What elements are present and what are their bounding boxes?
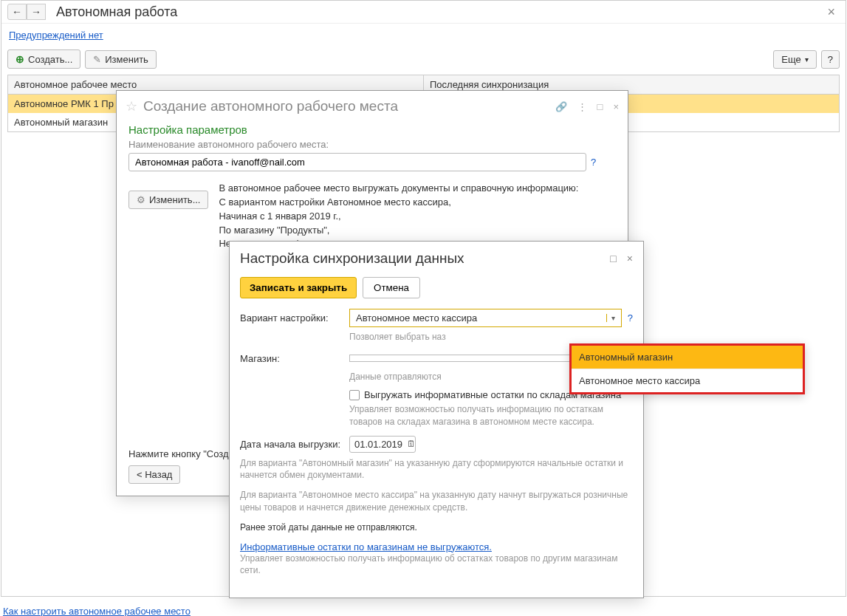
footer-hint: Нажмите кнопку "Созда	[128, 448, 234, 459]
variant-hint: Позволяет выбрать наз	[349, 332, 633, 342]
close-icon[interactable]: ×	[823, 4, 840, 20]
more-button[interactable]: Еще ▾	[773, 50, 816, 69]
settings-icon: ⚙	[137, 194, 145, 205]
link-desc: Управляет возможностью получать информац…	[240, 552, 633, 578]
calendar-icon[interactable]: 🗓	[407, 439, 416, 449]
change-button[interactable]: ⚙ Изменить...	[128, 191, 208, 209]
toolbar: ⊕ Создать... ✎ Изменить Еще ▾ ?	[1, 47, 846, 72]
desc-line: Начиная с 1 января 2019 г.,	[219, 210, 578, 224]
shop-label: Магазин:	[240, 353, 343, 364]
dropdown-option[interactable]: Автономное место кассира	[572, 369, 803, 392]
edit-button[interactable]: ✎ Изменить	[85, 50, 157, 69]
date-label: Дата начала выгрузки:	[240, 439, 343, 450]
maximize-icon[interactable]: □	[597, 101, 603, 112]
checkbox-desc: Управляет возможностью получать информац…	[349, 403, 633, 428]
pencil-icon: ✎	[93, 54, 101, 65]
close-icon[interactable]: ×	[627, 253, 633, 264]
dialog1-titlebar: ☆ Создание автономного рабочего места 🔗 …	[117, 91, 628, 119]
help-button[interactable]: ?	[821, 50, 840, 69]
date-desc: Для варианта "Автономное место кассира" …	[240, 489, 633, 514]
desc-line: По магазину "Продукты",	[219, 224, 578, 238]
maximize-icon[interactable]: □	[610, 253, 616, 264]
menu-icon[interactable]: ⋮	[577, 101, 587, 112]
main-titlebar: ← → Автономная работа ×	[1, 1, 846, 24]
close-icon[interactable]: ×	[613, 101, 619, 112]
warnings-link[interactable]: Предупреждений нет	[1, 24, 111, 47]
cancel-button[interactable]: Отмена	[363, 277, 420, 298]
nav-forward-button[interactable]: →	[27, 4, 46, 20]
back-button[interactable]: < Назад	[128, 465, 180, 484]
help-icon[interactable]: ?	[628, 312, 633, 324]
help-icon[interactable]: ?	[591, 157, 596, 168]
how-to-link[interactable]: Как настроить автономное рабочее место	[1, 601, 192, 616]
date-desc: Ранее этой даты данные не отправляются.	[240, 521, 633, 534]
plus-icon: ⊕	[16, 53, 24, 65]
variant-dropdown: Автономный магазин Автономное место касс…	[569, 343, 805, 394]
chevron-down-icon[interactable]: ▾	[606, 314, 615, 322]
dialog1-title: Создание автономного рабочего места	[143, 98, 555, 114]
export-stock-checkbox[interactable]	[349, 390, 360, 400]
stock-link[interactable]: Информативные остатки по магазинам не вы…	[240, 541, 492, 552]
desc-line: С вариантом настройки Автономное место к…	[219, 196, 578, 210]
star-icon[interactable]: ☆	[126, 98, 137, 114]
sync-settings-dialog: Настройка синхронизации данных □ × Запис…	[229, 241, 644, 598]
variant-label: Вариант настройки:	[240, 312, 343, 324]
main-title: Автономная работа	[56, 4, 177, 20]
date-desc: Для варианта "Автономный магазин" на ука…	[240, 457, 633, 482]
chevron-down-icon: ▾	[805, 55, 809, 64]
dropdown-option[interactable]: Автономный магазин	[572, 346, 803, 369]
name-input[interactable]	[128, 153, 586, 171]
shop-select[interactable]	[349, 355, 597, 362]
desc-line: В автономное рабочее место выгружать док…	[219, 182, 578, 196]
name-label: Наименование автономного рабочего места:	[128, 139, 616, 150]
edit-label: Изменить	[105, 54, 148, 65]
more-label: Еще	[781, 54, 800, 65]
save-close-button[interactable]: Записать и закрыть	[240, 277, 357, 298]
date-input[interactable]: 01.01.2019 🗓	[349, 436, 416, 453]
dialog2-titlebar: Настройка синхронизации данных □ ×	[230, 242, 643, 273]
create-label: Создать...	[28, 54, 72, 65]
create-button[interactable]: ⊕ Создать...	[7, 49, 80, 69]
dialog2-title: Настройка синхронизации данных	[240, 250, 610, 267]
nav-back-button[interactable]: ←	[7, 4, 27, 20]
variant-select[interactable]: Автономное место кассира ▾	[349, 309, 622, 327]
section-title: Настройка параметров	[128, 123, 616, 136]
link-icon[interactable]: 🔗	[555, 101, 567, 112]
